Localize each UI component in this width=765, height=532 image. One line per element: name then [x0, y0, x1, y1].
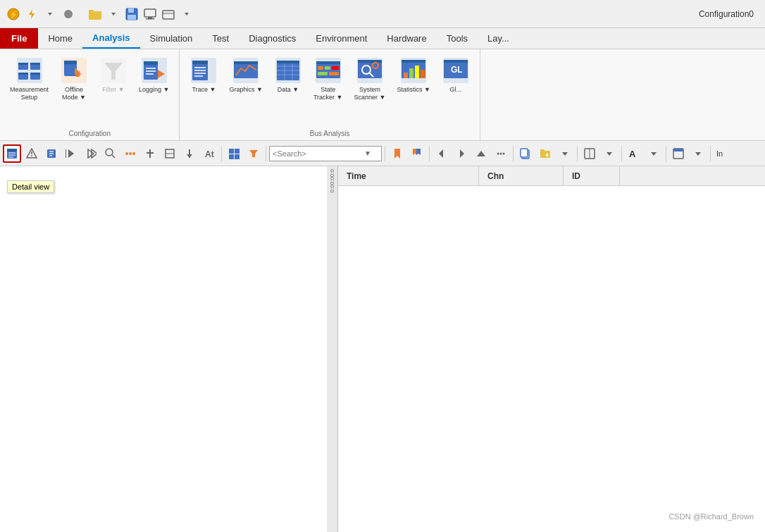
toolbar-btn-up[interactable]: [472, 144, 490, 163]
monitor-icon[interactable]: [142, 6, 158, 22]
svg-rect-14: [163, 11, 174, 19]
menu-file[interactable]: File: [0, 28, 38, 49]
toolbar-btn-5[interactable]: [121, 144, 139, 163]
logging-button[interactable]: Logging ▼: [135, 54, 173, 97]
toolbar-btn-8[interactable]: [180, 144, 199, 163]
toolbar-btn-layout[interactable]: [580, 144, 599, 163]
search-input[interactable]: [273, 149, 364, 158]
folder-icon[interactable]: [87, 6, 103, 22]
svg-marker-118: [416, 149, 421, 155]
toolbar-btn-bookmarks[interactable]: [408, 144, 426, 163]
toolbar-btn-7[interactable]: [161, 144, 179, 163]
menu-tools[interactable]: Tools: [437, 28, 478, 49]
col-header-chn: Chn: [479, 166, 564, 185]
dropdown-arrow-icon[interactable]: [42, 6, 58, 22]
svg-rect-114: [235, 154, 240, 159]
svg-marker-120: [460, 149, 464, 158]
svg-point-122: [497, 152, 499, 154]
toolbar-btn-dropdown[interactable]: [556, 144, 574, 163]
toolbar-btn-font[interactable]: A: [625, 144, 643, 163]
toolbar-btn-window-dropdown[interactable]: [689, 144, 707, 163]
detail-view-tooltip: Detail view: [7, 180, 54, 193]
main-area: Detail view 0:00:00:0 Time Chn ID: [0, 166, 765, 532]
toolbar-separator-4: [429, 146, 430, 161]
in-label: In: [714, 149, 726, 158]
svg-rect-52: [277, 61, 299, 63]
toolbar-btn-grid[interactable]: [225, 144, 243, 163]
svg-rect-28: [64, 61, 77, 64]
svg-text:GL: GL: [451, 65, 463, 75]
menu-hardware[interactable]: Hardware: [377, 28, 436, 49]
svg-marker-133: [607, 152, 612, 156]
svg-line-100: [112, 155, 115, 158]
toolbar-btn-4[interactable]: [82, 144, 100, 163]
svg-point-124: [503, 152, 505, 154]
svg-marker-130: [562, 152, 568, 156]
svg-rect-49: [234, 61, 258, 64]
svg-text:A: A: [629, 149, 636, 159]
system-scanner-button[interactable]: SystemScanner ▼: [349, 54, 390, 104]
toolbar-btn-folder2[interactable]: [536, 144, 554, 163]
bus-analysis-group-label: Bus Analysis: [185, 128, 473, 139]
svg-rect-13: [146, 18, 154, 20]
save-icon[interactable]: [124, 6, 139, 22]
record-icon[interactable]: [61, 6, 76, 22]
menu-simulation[interactable]: Simulation: [140, 28, 203, 49]
toolbar-btn-filter2[interactable]: [244, 144, 263, 163]
menu-test[interactable]: Test: [202, 28, 239, 49]
toolbar-btn-copy[interactable]: [516, 144, 535, 163]
folder-dropdown-icon[interactable]: [106, 6, 121, 22]
ribbon-group-configuration: MeasurementSetup OfflineMode ▼: [0, 49, 180, 140]
graphics-button[interactable]: Graphics ▼: [225, 54, 266, 97]
toolbar-btn-dots[interactable]: [492, 144, 510, 163]
svg-rect-12: [148, 17, 152, 18]
more-dropdown-icon[interactable]: [179, 6, 194, 22]
svg-rect-62: [325, 66, 330, 70]
toolbar-search-btn[interactable]: [101, 144, 120, 163]
ribbon-group-bus-analysis: Trace ▼ Graphics ▼: [180, 49, 480, 140]
col-header-time: Time: [338, 166, 479, 185]
lightning-icon[interactable]: [24, 6, 39, 22]
filter-button[interactable]: Filter ▼: [95, 54, 132, 97]
state-tracker-button[interactable]: StateTracker ▼: [309, 54, 347, 104]
svg-marker-119: [439, 149, 443, 158]
grid-header: Time Chn ID: [338, 166, 765, 186]
toolbar-btn-forward[interactable]: [452, 144, 471, 163]
menu-analysis[interactable]: Analysis: [82, 28, 139, 49]
cloud-icon[interactable]: [161, 6, 176, 22]
svg-rect-23: [18, 73, 28, 75]
toolbar-separator-8: [666, 146, 666, 161]
toolbar-btn-bookmark[interactable]: [388, 144, 406, 163]
trace-button[interactable]: Trace ▼: [185, 54, 222, 97]
menu-environment[interactable]: Environment: [306, 28, 377, 49]
ribbon: MeasurementSetup OfflineMode ▼: [0, 49, 765, 141]
svg-marker-2: [29, 9, 35, 19]
toolbar-separator-6: [577, 146, 578, 161]
gl-button[interactable]: GL Gl...: [437, 54, 474, 97]
svg-rect-9: [128, 8, 134, 13]
toolbar-btn-font-dropdown[interactable]: [645, 144, 663, 163]
title-bar-icons: ⚡: [6, 6, 194, 22]
toolbar-btn-3[interactable]: [62, 144, 80, 163]
toolbar-btn-1[interactable]: [23, 144, 41, 163]
menu-diagnostics[interactable]: Diagnostics: [239, 28, 306, 49]
offline-mode-button[interactable]: OfflineMode ▼: [56, 54, 92, 104]
menu-layout[interactable]: Lay...: [478, 28, 519, 49]
svg-point-90: [31, 155, 32, 156]
toolbar-btn-back[interactable]: [433, 144, 451, 163]
svg-rect-137: [673, 149, 683, 151]
toolbar-btn-window[interactable]: [669, 144, 688, 163]
toolbar-btn-2[interactable]: [42, 144, 61, 163]
measurement-setup-button[interactable]: MeasurementSetup: [6, 54, 53, 104]
svg-point-103: [132, 152, 135, 155]
toolbar-btn-layout-dropdown[interactable]: [600, 144, 618, 163]
toolbar-btn-6[interactable]: [141, 144, 159, 163]
svg-text:⚡: ⚡: [9, 10, 18, 19]
data-button[interactable]: Data ▼: [270, 54, 306, 97]
statistics-button[interactable]: Statistics ▼: [392, 54, 434, 97]
menu-home[interactable]: Home: [38, 28, 82, 49]
detail-view-button[interactable]: [3, 144, 21, 163]
toolbar-btn-at[interactable]: At: [200, 144, 218, 163]
svg-rect-10: [128, 15, 136, 20]
search-dropdown[interactable]: ▼: [364, 149, 371, 157]
